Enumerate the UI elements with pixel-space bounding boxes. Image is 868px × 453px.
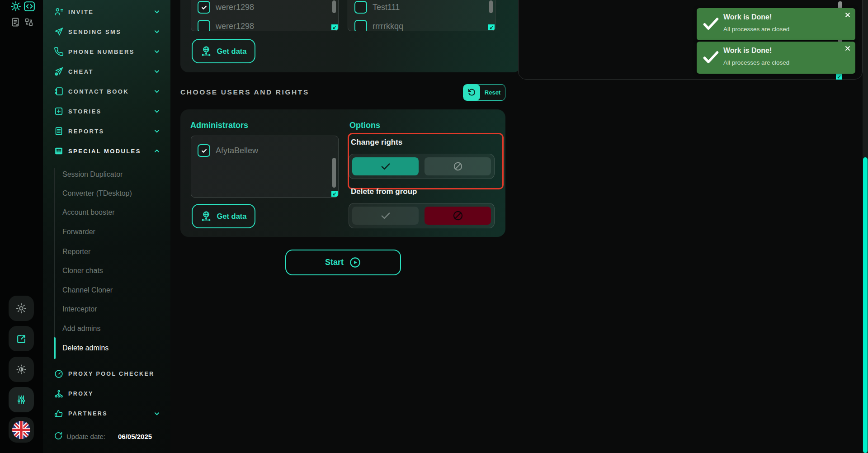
submenu-account-booster[interactable]: Account booster <box>43 207 170 218</box>
sidebar-item-label: PROXY POOL CHECKER <box>68 371 155 377</box>
bot-settings-icon[interactable] <box>10 0 22 12</box>
sidebar-item-sending-sms[interactable]: SENDING SMS <box>43 25 170 38</box>
gear-icon <box>15 302 27 314</box>
brightness-button[interactable] <box>9 357 34 382</box>
app-root: INVITE SENDING SMS PHONE NUMBERS CHEAT C… <box>0 0 868 453</box>
submenu-label: Account booster <box>62 208 115 217</box>
get-data-button[interactable]: Get data <box>192 204 255 228</box>
allow-button-inactive[interactable] <box>352 207 419 225</box>
checkbox-checked[interactable] <box>198 1 210 14</box>
administrators-list[interactable]: AfytaBellew <box>191 136 339 198</box>
list-scrollbar[interactable] <box>332 158 336 188</box>
plus-square-icon <box>54 106 64 116</box>
submenu-label: Add admins <box>62 325 101 333</box>
submenu-forwarder[interactable]: Forwarder <box>43 226 170 237</box>
code-icon[interactable] <box>24 1 35 12</box>
update-date-row: Update date: 06/05/2025 <box>43 430 170 442</box>
sidebar-item-proxy-pool-checker[interactable]: PROXY POOL CHECKER <box>43 368 170 380</box>
clipboard-check-icon[interactable] <box>10 17 21 28</box>
submenu-label: Channel Cloner <box>62 286 113 294</box>
change-rights-label: Change rights <box>351 138 402 147</box>
toast-notification: Work is Done! All processes are closed <box>697 8 855 40</box>
chevron-down-icon <box>153 87 161 95</box>
sidebar-item-proxy[interactable]: PROXY <box>43 387 170 400</box>
swap-icon[interactable] <box>24 17 34 27</box>
update-date-value: 06/05/2025 <box>118 433 152 440</box>
list-item[interactable]: werer1298 <box>191 19 338 31</box>
sidebar-item-label: SENDING SMS <box>68 28 121 35</box>
invite-person-icon <box>54 7 64 17</box>
get-data-label: Get data <box>217 212 246 221</box>
toast-message: All processes are closed <box>723 59 789 66</box>
admin-name: AfytaBellew <box>216 146 258 156</box>
submenu-reporter[interactable]: Reporter <box>43 246 170 257</box>
sidebar-item-contact-book[interactable]: CONTACT BOOK <box>43 85 170 98</box>
submenu-label: Interceptor <box>62 305 97 313</box>
list-item[interactable]: rrrrrkkqq <box>348 19 495 31</box>
allow-button-active[interactable] <box>352 157 419 175</box>
check-icon <box>703 17 719 31</box>
list-item[interactable]: AfytaBellew <box>191 144 338 157</box>
chevron-down-icon <box>153 67 161 76</box>
submenu-add-admins[interactable]: Add admins <box>43 323 170 334</box>
resize-handle-icon[interactable] <box>331 24 338 30</box>
page-scrollbar-thumb[interactable] <box>863 157 868 453</box>
sidebar-item-label: STORIES <box>68 108 102 115</box>
close-icon[interactable] <box>845 12 850 18</box>
accounts-list-left[interactable]: werer1298 werer1298 <box>191 0 339 31</box>
refresh-icon[interactable] <box>54 431 63 440</box>
language-button[interactable] <box>9 417 34 443</box>
checkbox-unchecked[interactable] <box>198 20 210 31</box>
paper-plane-icon <box>54 27 64 37</box>
chevron-down-icon <box>153 47 161 56</box>
filters-button[interactable] <box>9 387 34 412</box>
submenu-delete-admins[interactable]: Delete admins <box>43 343 170 354</box>
close-icon[interactable] <box>845 46 850 51</box>
start-button[interactable]: Start <box>285 250 401 275</box>
sidebar-item-cheat[interactable]: CHEAT <box>43 65 170 78</box>
deny-button-inactive[interactable] <box>425 157 491 175</box>
submenu-interceptor[interactable]: Interceptor <box>43 304 170 315</box>
rotate-ccw-icon <box>463 85 480 100</box>
deny-button-active[interactable] <box>425 207 491 225</box>
network-icon <box>54 389 64 399</box>
settings-button[interactable] <box>9 296 34 321</box>
list-scrollbar[interactable] <box>332 0 336 13</box>
sidebar-item-partners[interactable]: PARTNERS <box>43 407 170 420</box>
resize-handle-icon[interactable] <box>488 24 495 30</box>
block-icon <box>453 161 463 172</box>
sidebar-item-special-modules[interactable]: SPECIAL MODULES <box>43 145 170 157</box>
checkbox-checked[interactable] <box>198 144 210 157</box>
external-link-button[interactable] <box>9 326 34 351</box>
rights-panel: Administrators AfytaBellew Get data Opti… <box>180 109 505 237</box>
resize-handle-icon[interactable] <box>331 191 338 197</box>
chevron-down-icon <box>153 127 161 135</box>
submenu-channel-cloner[interactable]: Channel Cloner <box>43 285 170 296</box>
submenu-cloner-chats[interactable]: Cloner chats <box>43 265 170 276</box>
submenu-converter-tdesktop[interactable]: Converter (TDesktop) <box>43 188 170 199</box>
plane-plus-icon <box>54 66 64 76</box>
start-label: Start <box>325 258 344 267</box>
options-title: Options <box>349 121 380 130</box>
sidebar-item-invite[interactable]: INVITE <box>43 5 170 18</box>
checkbox-unchecked[interactable] <box>354 20 367 31</box>
list-scrollbar[interactable] <box>489 0 493 13</box>
sidebar-item-reports[interactable]: REPORTS <box>43 125 170 137</box>
sidebar-item-phone-numbers[interactable]: PHONE NUMBERS <box>43 45 170 58</box>
check-icon <box>380 160 392 172</box>
uk-flag-icon <box>12 421 30 439</box>
reset-button[interactable]: Reset <box>463 84 505 101</box>
get-data-button[interactable]: Get data <box>192 39 255 63</box>
sidebar-item-stories[interactable]: STORIES <box>43 105 170 118</box>
check-icon <box>703 51 719 64</box>
change-rights-toggle <box>349 154 495 179</box>
page-scrollbar-track[interactable] <box>863 0 868 453</box>
resize-handle-icon[interactable] <box>836 74 842 80</box>
accounts-list-right[interactable]: Test111 rrrrrkkqq <box>348 0 495 31</box>
list-item[interactable]: Test111 <box>348 0 495 14</box>
sidebar-item-label: PARTNERS <box>68 411 108 417</box>
submenu-session-duplicator[interactable]: Session Duplicator <box>43 169 170 180</box>
list-item[interactable]: werer1298 <box>191 0 338 14</box>
sidebar: INVITE SENDING SMS PHONE NUMBERS CHEAT C… <box>43 0 170 453</box>
checkbox-unchecked[interactable] <box>354 1 367 14</box>
